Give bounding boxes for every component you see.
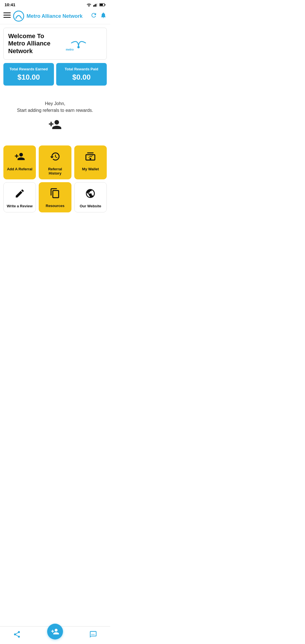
welcome-text: Welcome To Metro Alliance Network bbox=[8, 32, 55, 55]
status-time: 10:41 bbox=[5, 2, 15, 7]
rewards-earned-amount: $10.00 bbox=[6, 73, 51, 82]
svg-rect-7 bbox=[3, 12, 11, 13]
battery-icon bbox=[99, 3, 106, 6]
app-header: Metro Alliance Network bbox=[0, 8, 110, 24]
app-title: Metro Alliance Network bbox=[27, 13, 90, 19]
resources-icon bbox=[50, 188, 60, 201]
our-website-icon bbox=[85, 188, 96, 201]
add-referral-label: Add A Referral bbox=[7, 167, 32, 171]
rewards-paid-amount: $0.00 bbox=[59, 73, 104, 82]
svg-rect-3 bbox=[97, 3, 97, 6]
svg-rect-0 bbox=[93, 5, 94, 6]
wifi-icon bbox=[86, 3, 91, 7]
total-rewards-earned-card: Total Rewards Earned $10.00 bbox=[3, 63, 54, 86]
menu-button[interactable] bbox=[3, 12, 11, 20]
write-review-label: Write a Review bbox=[7, 204, 33, 208]
status-bar: 10:41 bbox=[0, 0, 110, 8]
header-actions bbox=[90, 12, 107, 20]
our-website-label: Our Website bbox=[80, 204, 101, 208]
total-rewards-paid-card: Total Rewards Paid $0.00 bbox=[56, 63, 107, 86]
add-referral-icon bbox=[14, 151, 25, 164]
greeting-line1: Hey John, bbox=[45, 101, 65, 106]
grid-item-our-website[interactable]: Our Website bbox=[74, 182, 107, 212]
my-wallet-label: My Wallet bbox=[82, 167, 99, 171]
status-icons bbox=[86, 3, 106, 7]
rewards-paid-label: Total Rewards Paid bbox=[59, 67, 104, 71]
svg-rect-1 bbox=[94, 5, 95, 6]
grid-item-resources[interactable]: Resources bbox=[39, 182, 71, 212]
rewards-row: Total Rewards Earned $10.00 Total Reward… bbox=[3, 63, 107, 86]
svg-rect-5 bbox=[104, 4, 105, 5]
man-logo-svg: metro ALLIANCE NETWORK bbox=[62, 36, 95, 51]
write-review-icon bbox=[14, 188, 25, 201]
grid-item-my-wallet[interactable]: My Wallet bbox=[74, 145, 107, 179]
grid-item-write-review[interactable]: Write a Review bbox=[3, 182, 36, 212]
svg-point-10 bbox=[14, 11, 24, 21]
greeting-line2: Start adding referrals to earn rewards. bbox=[17, 108, 93, 113]
add-person-icon bbox=[48, 118, 62, 134]
empty-state-text: Hey John, Start adding referrals to earn… bbox=[17, 100, 93, 114]
action-grid: Add A Referral Referral History My Walle… bbox=[3, 145, 107, 212]
header-logo-icon bbox=[13, 10, 24, 22]
grid-item-add-referral[interactable]: Add A Referral bbox=[3, 145, 36, 179]
rewards-earned-label: Total Rewards Earned bbox=[6, 67, 51, 71]
notification-button[interactable] bbox=[100, 12, 107, 20]
svg-rect-6 bbox=[100, 4, 103, 5]
svg-point-11 bbox=[77, 46, 80, 48]
signal-icon bbox=[93, 3, 98, 7]
referral-history-icon bbox=[50, 151, 60, 164]
welcome-card: Welcome To Metro Alliance Network metro … bbox=[3, 28, 107, 60]
svg-rect-8 bbox=[3, 15, 11, 16]
grid-item-referral-history[interactable]: Referral History bbox=[39, 145, 71, 179]
svg-rect-2 bbox=[95, 4, 96, 6]
referral-history-label: Referral History bbox=[42, 167, 68, 175]
refresh-button[interactable] bbox=[90, 12, 97, 20]
my-wallet-icon bbox=[85, 151, 96, 164]
empty-state: Hey John, Start adding referrals to earn… bbox=[0, 89, 110, 140]
welcome-logo: metro ALLIANCE NETWORK bbox=[55, 36, 102, 51]
svg-rect-9 bbox=[3, 17, 11, 18]
resources-label: Resources bbox=[46, 204, 64, 208]
svg-text:metro: metro bbox=[66, 48, 74, 51]
